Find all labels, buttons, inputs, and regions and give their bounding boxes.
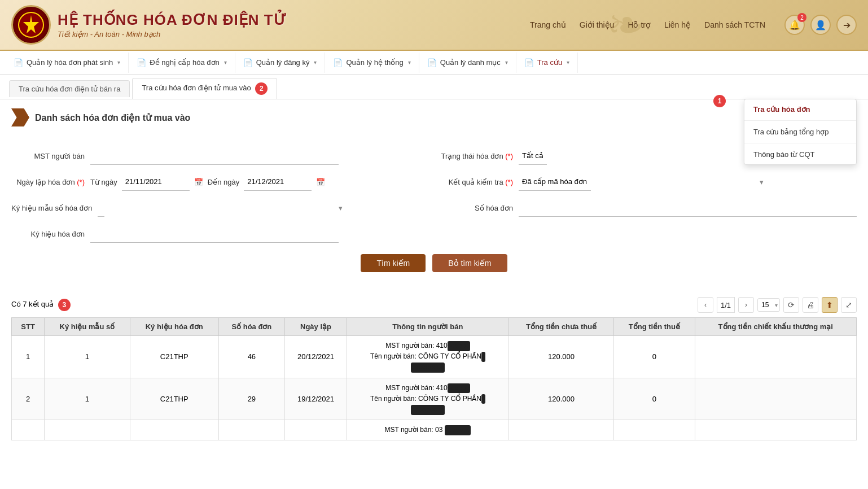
- data-table: STT Ký hiệu mẫu số Ký hiệu hóa đơn Số hó…: [11, 317, 857, 440]
- row3-ky-hieu-hoa-don: [130, 420, 218, 440]
- row2-tong-tien-thue: 0: [614, 378, 695, 420]
- print-btn[interactable]: 🖨: [803, 297, 818, 313]
- tab-ban-ra[interactable]: Tra cứu hóa đơn điện tử bán ra: [9, 80, 130, 97]
- col-stt: STT: [12, 318, 45, 336]
- col-ky-hieu-mau-so: Ký hiệu mẫu số: [45, 318, 130, 336]
- notification-btn[interactable]: 🔔 2: [784, 15, 805, 35]
- nav-lien-he[interactable]: Liên hệ: [664, 20, 691, 29]
- next-page-btn[interactable]: ›: [738, 297, 754, 313]
- reset-button[interactable]: Bỏ tìm kiếm: [432, 254, 507, 272]
- nav-quan-ly-he-thong[interactable]: 📄 Quản lý hệ thống ▾: [325, 53, 419, 73]
- form-row-1: MST người bán Trạng thái hóa đơn (*) Tất…: [11, 147, 857, 165]
- dropdown-item-tra-cuu-hoa-don[interactable]: Tra cứu hóa đơn: [744, 99, 856, 119]
- redacted-3: ●●●●●●●●●: [411, 363, 445, 373]
- dropdown-arrow-4: ▾: [408, 59, 411, 66]
- nav-trang-chu[interactable]: Trang chủ: [530, 20, 566, 29]
- ket-qua-wrapper: Đã cấp mã hóa đơn: [519, 173, 767, 191]
- table-row: 2 1 C21THP 29 19/12/2021 MST người bán: …: [12, 378, 857, 420]
- row1-tong-tien-ck: [695, 336, 856, 378]
- mst-input[interactable]: [90, 147, 339, 165]
- dropdown-divider-2: [744, 143, 856, 143]
- ky-hieu-hoa-don-label: Ký hiệu hóa đơn: [11, 230, 85, 238]
- nav-de-nghi-cap[interactable]: 📄 Đề nghị cấp hóa đơn ▾: [129, 53, 235, 73]
- nav-ho-tro[interactable]: Hỗ trợ: [628, 20, 651, 29]
- den-ngay-input[interactable]: [244, 173, 312, 191]
- row3-mst: MST người bán: 03 ●●●●●●●: [353, 425, 503, 435]
- more-btn[interactable]: ⤢: [841, 297, 857, 313]
- search-button[interactable]: Tìm kiếm: [361, 254, 426, 272]
- page-info: 1 / 1: [717, 297, 735, 313]
- tab-mua-vao[interactable]: Tra cứu hóa đơn điện tử mua vào 2: [132, 78, 277, 99]
- tu-ngay-input[interactable]: [122, 173, 190, 191]
- dropdown-arrow-1: ▾: [117, 59, 120, 66]
- tu-ngay-label: Từ ngày: [90, 178, 117, 186]
- dropdown-item-tra-cuu-bang-tong-hop[interactable]: Tra cứu bảng tổng hợp: [744, 122, 856, 142]
- table-row: MST người bán: 03 ●●●●●●●: [12, 420, 857, 440]
- ky-hieu-mau-so-wrapper: [98, 199, 346, 217]
- dropdown-arrow-3: ▾: [314, 59, 317, 66]
- row3-so-hoa-don: [218, 420, 284, 440]
- nav-icons: 🔔 2 👤 ➔: [784, 15, 857, 35]
- tu-ngay-calendar-icon[interactable]: 📅: [194, 178, 203, 186]
- per-page-select[interactable]: 15 25 50: [757, 298, 780, 312]
- refresh-btn[interactable]: ⟳: [783, 297, 799, 313]
- ky-hieu-mau-so-label: Ký hiệu mẫu số hóa đơn: [11, 204, 92, 212]
- mst-label: MST người bán: [11, 152, 85, 160]
- header: HỆ THỐNG HÓA ĐƠN ĐIỆN TỬ Tiết kiệm - An …: [0, 0, 868, 51]
- result-count: Có 7 kết quả 3: [11, 299, 71, 311]
- header-nav: Trang chủ Giới thiệu Hỗ trợ Liên hệ Danh…: [530, 15, 857, 35]
- col-thong-tin-nguoi-ban: Thông tin người bán: [347, 318, 508, 336]
- per-page-wrapper: 15 25 50: [757, 298, 780, 312]
- ket-qua-select[interactable]: Đã cấp mã hóa đơn: [519, 173, 591, 191]
- nav-quan-ly-hoa-don[interactable]: 📄 Quản lý hóa đơn phát sinh ▾: [6, 53, 129, 73]
- form-row-3: Ký hiệu mẫu số hóa đơn Số hóa đơn: [11, 199, 857, 217]
- trang-thai-select[interactable]: Tất cả: [519, 147, 547, 165]
- step-1-badge: 1: [713, 95, 726, 107]
- row2-stt: 2: [12, 378, 45, 420]
- ket-qua-label: Kết quả kiểm tra (*): [440, 178, 513, 186]
- app-subtitle: Tiết kiệm - An toàn - Minh bạch: [58, 30, 287, 38]
- den-ngay-label: Đến ngày: [208, 178, 239, 186]
- pagination: ‹ 1 / 1 › 15 25 50 ⟳ 🖨 ⬆ ⤢: [698, 297, 857, 313]
- nav-quan-ly-dang-ky[interactable]: 📄 Quản lý đăng ký ▾: [235, 53, 326, 73]
- page-title: Danh sách hóa đơn điện tử mua vào: [35, 112, 190, 123]
- nav-icon-3: 📄: [243, 58, 253, 67]
- row1-so-hoa-don: 46: [218, 336, 284, 378]
- dropdown-item-thong-bao-cqt[interactable]: Thông báo từ CQT: [744, 145, 856, 164]
- row1-tong-tien-thue: 0: [614, 336, 695, 378]
- so-hoa-don-input[interactable]: [519, 199, 857, 217]
- table-header-row: STT Ký hiệu mẫu số Ký hiệu hóa đơn Số hó…: [12, 318, 857, 336]
- page-content: Danh sách hóa đơn điện tử mua vào MST ng…: [0, 99, 868, 489]
- row3-ngay-lap: [285, 420, 347, 440]
- nav-gioi-thieu[interactable]: Giới thiệu: [580, 20, 615, 29]
- redacted-4: ●●●●●●: [448, 383, 470, 394]
- notification-badge: 2: [797, 13, 806, 22]
- export-btn[interactable]: ⬆: [822, 297, 838, 313]
- nav-danh-sach-tctn[interactable]: Danh sách TCTN: [704, 20, 765, 29]
- page-title-area: Danh sách hóa đơn điện tử mua vào: [11, 108, 857, 126]
- table-step-badge: 3: [58, 299, 71, 311]
- tra-cuu-dropdown: Tra cứu hóa đơn Tra cứu bảng tổng hợp Th…: [744, 99, 857, 165]
- form-row-2: Ngày lập hóa đơn (*) Từ ngày 📅 Đến ngày …: [11, 173, 857, 191]
- row1-ky-hieu-mau-so: 1: [45, 336, 130, 378]
- user-btn[interactable]: 👤: [810, 15, 831, 35]
- ky-hieu-hoa-don-input[interactable]: [90, 225, 339, 243]
- nav-quan-ly-danh-muc[interactable]: 📄 Quản lý danh mục ▾: [419, 53, 516, 73]
- nav-icon-5: 📄: [427, 58, 437, 67]
- prev-page-btn[interactable]: ‹: [698, 297, 713, 313]
- row1-seller-info: MST người bán: 410●●●●●● Tên người bán: …: [347, 336, 508, 378]
- redacted-7: ●●●●●●●: [445, 425, 471, 435]
- forward-btn[interactable]: ➔: [836, 15, 857, 35]
- col-tong-tien-chua-thue: Tổng tiền chưa thuế: [508, 318, 614, 336]
- nav-tra-cuu[interactable]: 📄 Tra cứu ▾: [516, 53, 578, 73]
- den-ngay-calendar-icon[interactable]: 📅: [316, 178, 325, 186]
- logo: [11, 5, 51, 45]
- row1-tong-tien-chua-thue: 120.000: [508, 336, 614, 378]
- row3-ky-hieu-mau-so: [45, 420, 130, 440]
- col-tong-tien-thue: Tổng tiền thuế: [614, 318, 695, 336]
- redacted-2: ●: [481, 352, 485, 362]
- ky-hieu-mau-so-select[interactable]: [98, 199, 104, 217]
- redacted-6: ●●●●●●●●●: [411, 405, 445, 415]
- nav-icon-4: 📄: [333, 58, 343, 67]
- row3-tong-tien-chua-thue: [508, 420, 614, 440]
